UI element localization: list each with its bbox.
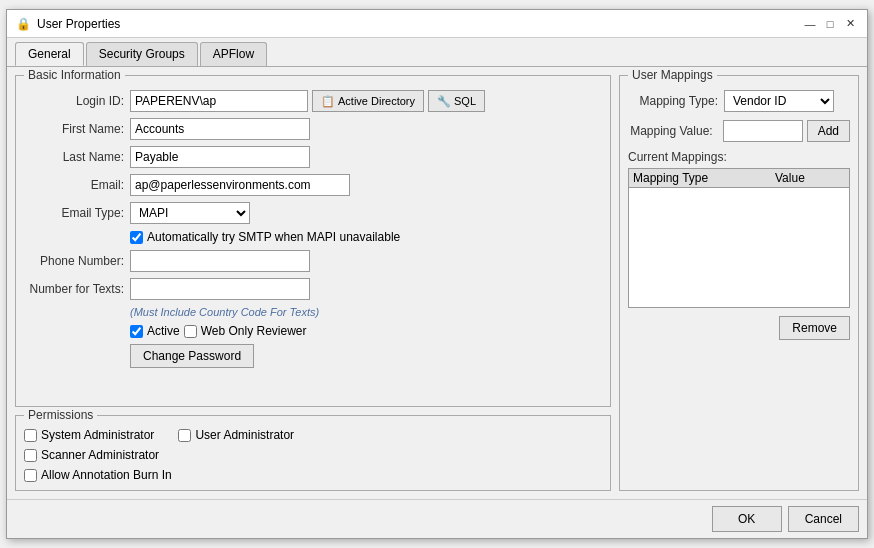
user-admin-checkbox[interactable] — [178, 429, 191, 442]
perm-row-3: Allow Annotation Burn In — [24, 468, 602, 482]
allow-annotation-label: Allow Annotation Burn In — [41, 468, 172, 482]
remove-mapping-button[interactable]: Remove — [779, 316, 850, 340]
tab-general[interactable]: General — [15, 42, 84, 66]
email-input[interactable] — [130, 174, 350, 196]
email-type-row: Email Type: MAPI SMTP — [24, 202, 602, 224]
active-label: Active — [147, 324, 180, 338]
mapping-type-select[interactable]: Vendor ID Employee ID Customer ID — [724, 90, 834, 112]
mapping-value-column-header: Value — [775, 171, 845, 185]
allow-annotation-item: Allow Annotation Burn In — [24, 468, 172, 482]
user-mappings-title: User Mappings — [628, 68, 717, 82]
tab-security-groups[interactable]: Security Groups — [86, 42, 198, 66]
email-type-select[interactable]: MAPI SMTP — [130, 202, 250, 224]
first-name-row: First Name: — [24, 118, 602, 140]
change-password-button[interactable]: Change Password — [130, 344, 254, 368]
mapping-type-row: Mapping Type: Vendor ID Employee ID Cust… — [628, 90, 850, 112]
auto-smtp-label: Automatically try SMTP when MAPI unavail… — [147, 230, 400, 244]
minimize-button[interactable]: — — [801, 15, 819, 33]
web-only-label: Web Only Reviewer — [201, 324, 307, 338]
mapping-type-label: Mapping Type: — [628, 94, 718, 108]
current-mappings-label: Current Mappings: — [628, 150, 850, 164]
window-icon: 🔒 — [15, 16, 31, 32]
user-admin-label: User Administrator — [195, 428, 294, 442]
main-content: Basic Information Login ID: 📋 Active Dir… — [7, 67, 867, 499]
texts-label: Number for Texts: — [24, 282, 124, 296]
window-title: User Properties — [37, 17, 801, 31]
system-admin-checkbox[interactable] — [24, 429, 37, 442]
scanner-admin-checkbox[interactable] — [24, 449, 37, 462]
user-mappings-group: User Mappings Mapping Type: Vendor ID Em… — [619, 75, 859, 491]
ok-button[interactable]: OK — [712, 506, 782, 532]
perm-row-2: Scanner Administrator — [24, 448, 602, 462]
mapping-value-row: Mapping Value: Add — [628, 120, 850, 142]
sql-button[interactable]: 🔧 SQL — [428, 90, 485, 112]
scanner-admin-label: Scanner Administrator — [41, 448, 159, 462]
mapping-type-column-header: Mapping Type — [633, 171, 775, 185]
active-checkbox[interactable] — [130, 325, 143, 338]
auto-smtp-checkbox[interactable] — [130, 231, 143, 244]
login-id-row: Login ID: 📋 Active Directory 🔧 SQL — [24, 90, 602, 112]
close-button[interactable]: ✕ — [841, 15, 859, 33]
permissions-inner: System Administrator User Administrator … — [24, 428, 602, 482]
email-type-label: Email Type: — [24, 206, 124, 220]
main-row: Basic Information Login ID: 📋 Active Dir… — [15, 75, 859, 491]
login-id-input[interactable] — [130, 90, 308, 112]
email-row: Email: — [24, 174, 602, 196]
last-name-label: Last Name: — [24, 150, 124, 164]
perm-row-1: System Administrator User Administrator — [24, 428, 602, 442]
user-properties-window: 🔒 User Properties — □ ✕ General Security… — [6, 9, 868, 539]
mapping-value-label: Mapping Value: — [628, 124, 713, 138]
active-directory-button[interactable]: 📋 Active Directory — [312, 90, 424, 112]
system-admin-item: System Administrator — [24, 428, 154, 442]
login-id-label: Login ID: — [24, 94, 124, 108]
last-name-input[interactable] — [130, 146, 310, 168]
first-name-input[interactable] — [130, 118, 310, 140]
first-name-label: First Name: — [24, 122, 124, 136]
permissions-group: Permissions System Administrator User Ad… — [15, 415, 611, 491]
user-admin-item: User Administrator — [178, 428, 294, 442]
basic-info-title: Basic Information — [24, 68, 125, 82]
tab-apflow[interactable]: APFlow — [200, 42, 267, 66]
bottom-bar: OK Cancel — [7, 499, 867, 538]
tab-bar: General Security Groups APFlow — [7, 38, 867, 67]
system-admin-label: System Administrator — [41, 428, 154, 442]
last-name-row: Last Name: — [24, 146, 602, 168]
mappings-table: Mapping Type Value — [628, 168, 850, 308]
texts-input[interactable] — [130, 278, 310, 300]
title-bar: 🔒 User Properties — □ ✕ — [7, 10, 867, 38]
scanner-admin-item: Scanner Administrator — [24, 448, 159, 462]
web-only-checkbox[interactable] — [184, 325, 197, 338]
active-row: Active Web Only Reviewer — [130, 324, 602, 338]
mappings-table-header: Mapping Type Value — [629, 169, 849, 188]
auto-smtp-row: Automatically try SMTP when MAPI unavail… — [130, 230, 602, 244]
mapping-value-input[interactable] — [723, 120, 803, 142]
login-id-controls: 📋 Active Directory 🔧 SQL — [130, 90, 485, 112]
maximize-button[interactable]: □ — [821, 15, 839, 33]
allow-annotation-checkbox[interactable] — [24, 469, 37, 482]
basic-info-group: Basic Information Login ID: 📋 Active Dir… — [15, 75, 611, 407]
add-mapping-button[interactable]: Add — [807, 120, 850, 142]
cancel-button[interactable]: Cancel — [788, 506, 859, 532]
title-bar-controls: — □ ✕ — [801, 15, 859, 33]
ad-icon: 📋 — [321, 95, 335, 108]
phone-input[interactable] — [130, 250, 310, 272]
email-label: Email: — [24, 178, 124, 192]
permissions-title: Permissions — [24, 408, 97, 422]
phone-row: Phone Number: — [24, 250, 602, 272]
country-code-hint: (Must Include Country Code For Texts) — [130, 306, 602, 318]
sql-icon: 🔧 — [437, 95, 451, 108]
phone-label: Phone Number: — [24, 254, 124, 268]
texts-row: Number for Texts: — [24, 278, 602, 300]
